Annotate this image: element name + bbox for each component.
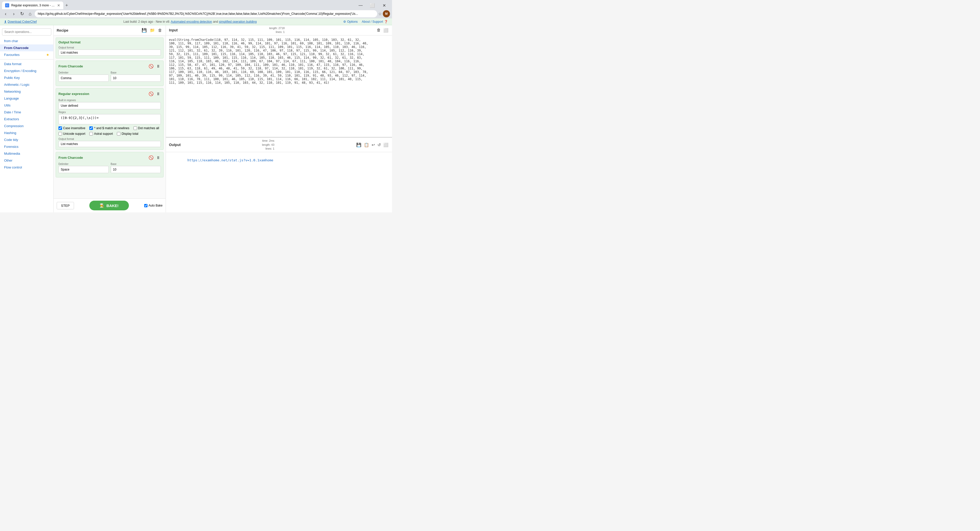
- pause-card2-button[interactable]: ⏸: [156, 63, 161, 69]
- astral-checkbox[interactable]: Astral support: [89, 132, 113, 136]
- unicode-checkbox[interactable]: Unicode support: [59, 132, 85, 136]
- display-total-checkbox[interactable]: Display total: [117, 132, 138, 136]
- download-link[interactable]: ⬇ Download CyberChef: [4, 20, 37, 24]
- output-icons: 💾 📋 ↩ ↺ ⬜: [356, 142, 389, 148]
- sidebar-item-networking[interactable]: Networking: [0, 88, 53, 95]
- sidebar-item-encryption[interactable]: Encryption / Encoding: [0, 67, 53, 74]
- disable-card4-button[interactable]: 🚫: [148, 155, 154, 161]
- output-save-button[interactable]: 💾: [356, 142, 362, 148]
- options-link[interactable]: ⚙ Options: [343, 20, 358, 24]
- sidebar-item-datetime[interactable]: Date / Time: [0, 109, 53, 116]
- sidebar-item-fromcharcode[interactable]: From Charcode: [0, 45, 53, 51]
- sidebar-label-networking: Networking: [4, 89, 21, 93]
- auto-bake-checkbox[interactable]: Auto Bake: [144, 204, 162, 207]
- tab-close-button[interactable]: ✕: [57, 3, 60, 7]
- profile-button[interactable]: M: [383, 10, 390, 18]
- output-time: 2ms: [269, 139, 274, 142]
- sidebar-item-utils[interactable]: Utils: [0, 102, 53, 109]
- case-insensitive-checkbox[interactable]: Case insensitive: [59, 126, 85, 130]
- refresh-button[interactable]: ↻: [18, 10, 25, 18]
- sidebar-item-multimedia[interactable]: Multimedia: [0, 150, 53, 157]
- sidebar-item-favourites[interactable]: Favourites ★: [0, 51, 53, 58]
- recipe-card3-icons: 🚫 ⏸: [148, 91, 161, 97]
- builtin-regex-input[interactable]: [59, 102, 161, 109]
- sidebar-item-other[interactable]: Other: [0, 157, 53, 164]
- address-input[interactable]: [35, 10, 377, 18]
- disable-card3-button[interactable]: 🚫: [148, 91, 154, 97]
- sidebar-item-extractors[interactable]: Extractors: [0, 116, 53, 123]
- output-undo-button[interactable]: ↺: [377, 142, 381, 148]
- regex-input[interactable]: ([0-9]{2,3}(,\s|))+: [59, 114, 161, 124]
- maximize-button[interactable]: ⬜: [366, 2, 378, 9]
- forward-button[interactable]: ›: [10, 10, 18, 18]
- disable-card2-button[interactable]: 🚫: [148, 63, 154, 69]
- browser-tab[interactable]: C Regular expression, 3 more - Cyb ✕: [2, 2, 63, 9]
- display-total-input[interactable]: [117, 132, 121, 136]
- sidebar-label-dataformat: Data format: [4, 62, 21, 66]
- banner-right: ⚙ Options About / Support ❓: [343, 20, 388, 24]
- step-button[interactable]: STEP: [57, 202, 74, 209]
- new-tab-button[interactable]: +: [63, 2, 70, 9]
- sidebar-item-dataformat[interactable]: Data format: [0, 61, 53, 67]
- case-insensitive-input[interactable]: [59, 126, 62, 130]
- base-input-2[interactable]: [111, 166, 161, 173]
- output-copy-button[interactable]: 📋: [363, 142, 369, 148]
- delimiter-input-1[interactable]: [59, 75, 109, 82]
- builtin-regex-field: Built in regexes: [59, 99, 161, 109]
- output-switch-button[interactable]: ↩: [371, 142, 375, 148]
- load-recipe-button[interactable]: 📁: [149, 27, 156, 33]
- save-recipe-button[interactable]: 💾: [141, 27, 147, 33]
- output-section: Output time: 2ms length: 43 lines: 1 💾 📋…: [166, 138, 392, 212]
- tab-favicon: C: [5, 3, 9, 7]
- about-link[interactable]: About / Support ❓: [362, 20, 388, 24]
- input-delete-button[interactable]: 🗑: [376, 27, 381, 33]
- sidebar-label-language: Language: [4, 97, 19, 100]
- sidebar-item-hashing[interactable]: Hashing: [0, 129, 53, 136]
- caret-dollar-input[interactable]: [89, 126, 93, 130]
- sidebar-item-arithmetic[interactable]: Arithmetic / Logic: [0, 81, 53, 88]
- minimize-button[interactable]: —: [355, 2, 366, 9]
- sidebar-search-container: [0, 27, 53, 38]
- sidebar-item-flowcontrol[interactable]: Flow control: [0, 164, 53, 171]
- recipe-card2-title: From Charcode: [59, 64, 83, 68]
- back-button[interactable]: ‹: [2, 10, 9, 18]
- tab-title: Regular expression, 3 more - Cyb: [11, 3, 55, 7]
- sidebar-item-compression[interactable]: Compression: [0, 123, 53, 129]
- home-button[interactable]: ⌂: [27, 10, 34, 18]
- fromcharcode1-fields: Delimiter Base: [59, 71, 161, 82]
- auto-bake-input[interactable]: [144, 204, 148, 207]
- output-format-field-1: Output format List matches: [59, 46, 161, 56]
- encoding-link[interactable]: Automated encoding detection: [171, 20, 212, 24]
- unicode-input[interactable]: [59, 132, 62, 136]
- pause-card3-button[interactable]: ⏸: [156, 91, 161, 97]
- caret-dollar-checkbox[interactable]: ^ and $ match at newlines: [89, 126, 129, 130]
- output-expand-button[interactable]: ⬜: [383, 142, 389, 148]
- output-format-value-2[interactable]: List matches: [59, 141, 161, 147]
- output-format-value-1[interactable]: List matches: [59, 49, 161, 56]
- sidebar-label-arithmetic: Arithmetic / Logic: [4, 83, 30, 86]
- base-input-1[interactable]: [111, 75, 161, 82]
- sidebar-item-fromchar[interactable]: from char: [0, 38, 53, 45]
- bake-button[interactable]: 👨‍🍳 BAKE!: [89, 201, 129, 210]
- input-icons: 🗑 ⬜: [376, 27, 389, 33]
- sidebar-item-publickey[interactable]: Public Key: [0, 74, 53, 81]
- delimiter-input-2[interactable]: [59, 166, 109, 173]
- clear-recipe-button[interactable]: 🗑: [158, 27, 162, 33]
- bake-bar: STEP 👨‍🍳 BAKE! Auto Bake: [54, 198, 165, 212]
- astral-input[interactable]: [89, 132, 93, 136]
- sidebar-item-language[interactable]: Language: [0, 95, 53, 102]
- dot-matches-input[interactable]: [134, 126, 137, 130]
- bookmark-button[interactable]: ☆: [378, 11, 382, 16]
- sidebar-label-hashing: Hashing: [4, 131, 16, 135]
- pause-card4-button[interactable]: ⏸: [156, 155, 161, 161]
- input-content[interactable]: eval(String.fromCharCode(118, 97, 114, 3…: [166, 35, 392, 137]
- output-title: Output: [169, 143, 181, 147]
- simplify-link[interactable]: simplified operation building: [219, 20, 257, 24]
- input-expand-button[interactable]: ⬜: [383, 27, 389, 33]
- sidebar-item-forensics[interactable]: Forensics: [0, 143, 53, 150]
- sidebar-item-codetidy[interactable]: Code tidy: [0, 136, 53, 143]
- search-input[interactable]: [2, 28, 51, 35]
- dot-matches-checkbox[interactable]: Dot matches all: [134, 126, 159, 130]
- close-window-button[interactable]: ✕: [378, 2, 390, 9]
- sidebar-label-extractors: Extractors: [4, 117, 19, 121]
